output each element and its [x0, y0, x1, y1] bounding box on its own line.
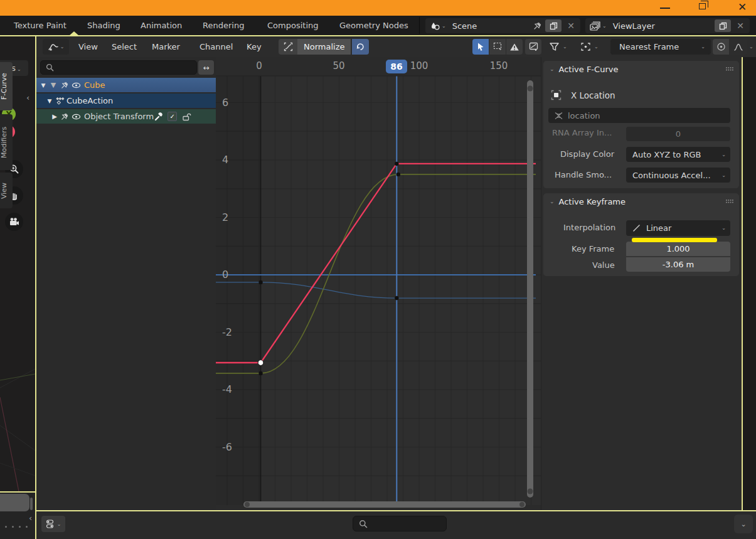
scrollbar[interactable]: [30, 498, 33, 510]
snap-mode-dropdown[interactable]: Nearest Frame ⌄: [610, 39, 711, 55]
channel-filter-expand-button[interactable]: ↔: [198, 60, 214, 75]
key-frame-field[interactable]: 1.000: [626, 242, 730, 256]
fcurve-plot-region[interactable]: 0 50 100 150 86 6 4 2 0 -2 -4 -6: [216, 57, 541, 510]
region-collapse-arrow[interactable]: ‹: [29, 513, 32, 523]
show-errors-toggle[interactable]: [506, 39, 523, 55]
properties-search-box[interactable]: [353, 516, 447, 531]
camera-view-icon[interactable]: [5, 213, 23, 231]
panel-title[interactable]: Active Keyframe: [559, 197, 626, 206]
workspace-tab-rendering[interactable]: Rendering: [203, 16, 244, 35]
channel-enabled-checkbox[interactable]: ✓: [168, 112, 177, 121]
tool-group: [472, 39, 523, 55]
menu-key[interactable]: Key: [247, 36, 262, 57]
minimize-icon[interactable]: [660, 8, 670, 9]
filter-dropdown[interactable]: ⌄: [549, 39, 567, 55]
pivot-point-icon: [580, 42, 591, 51]
viewlayer-icon[interactable]: ⌄: [585, 18, 609, 33]
eye-visibility-icon[interactable]: [70, 82, 82, 89]
channel-row-object-transform[interactable]: ▶ Object Transform ✓: [36, 109, 216, 124]
value-tick-0: 0: [222, 269, 228, 280]
channel-label-cube[interactable]: Cube: [84, 80, 105, 90]
caret-down-icon[interactable]: ▼: [39, 82, 48, 88]
restore-icon[interactable]: [699, 3, 706, 9]
normalize-button[interactable]: Normalize: [297, 39, 351, 55]
keyframe-dot: [12, 526, 14, 528]
menu-view[interactable]: View: [78, 36, 98, 57]
search-icon: [353, 520, 371, 528]
timeline-button[interactable]: [0, 494, 29, 511]
auto-normalize-sync-icon[interactable]: [352, 39, 369, 55]
sidebar-collapse-arrow[interactable]: ‹: [26, 93, 29, 102]
viewlayer-selector[interactable]: ⌄ ViewLayer ✕: [585, 18, 750, 33]
panel-collapse-chevron[interactable]: ⌄: [550, 66, 555, 72]
pin-icon[interactable]: [533, 21, 542, 31]
unlock-icon[interactable]: [181, 112, 192, 121]
cursor-icon: [476, 42, 485, 51]
panel-collapse-chevron[interactable]: ⌄: [550, 198, 555, 205]
menu-marker[interactable]: Marker: [152, 36, 180, 57]
channel-row-cubeaction[interactable]: ▼ CubeAction: [36, 93, 216, 108]
rna-array-index-field[interactable]: 0: [626, 127, 730, 141]
panel-title[interactable]: Active F-Curve: [559, 65, 619, 74]
new-viewlayer-icon[interactable]: [715, 19, 731, 32]
panel-grip-icon[interactable]: [725, 67, 734, 72]
caret-right-icon[interactable]: ▶: [50, 113, 59, 120]
falloff-bell-icon: [733, 43, 743, 51]
normalize-view-button[interactable]: [525, 39, 541, 55]
rna-path-placeholder: location: [568, 111, 600, 120]
channel-search-input[interactable]: [58, 63, 183, 72]
value-tick-n6: -6: [222, 441, 232, 453]
workspace-tab-geometry-nodes[interactable]: Geometry Nodes: [339, 16, 408, 35]
dna-icon: [548, 112, 568, 120]
menu-channel[interactable]: Channel: [200, 36, 233, 57]
value-field[interactable]: -3.06 m: [626, 257, 730, 272]
caret-down-icon[interactable]: ▼: [45, 98, 54, 104]
workspace-tab-animation[interactable]: Animation: [141, 16, 182, 35]
proportional-circle-icon: [716, 42, 726, 51]
display-color-label: Display Color: [560, 149, 614, 159]
interpolation-dropdown[interactable]: Linear ⌄: [626, 220, 730, 236]
channel-label-cubeaction[interactable]: CubeAction: [67, 96, 113, 105]
viewlayer-name[interactable]: ViewLayer: [613, 21, 655, 31]
unlink-icon[interactable]: ✕: [565, 21, 577, 31]
handle-smoothing-dropdown[interactable]: Continuous Accel... ⌄: [626, 168, 730, 183]
ruler-frame-0: 0: [256, 60, 262, 72]
header-menu-chevron-button[interactable]: ⌄: [734, 515, 753, 533]
properties-search-input[interactable]: [371, 520, 440, 528]
scene-name[interactable]: Scene: [452, 21, 477, 31]
editor-type-dropdown[interactable]: ⌄: [43, 39, 69, 55]
workspace-tab-texture-paint[interactable]: Texture Paint: [14, 16, 67, 35]
proportional-editing-toggle[interactable]: [713, 39, 729, 55]
chevron-down-icon: ⌄: [17, 67, 21, 72]
normalize-icon[interactable]: [279, 39, 297, 55]
object-icon: ▼: [48, 81, 59, 89]
tweak-tool-button[interactable]: [472, 39, 489, 55]
pin-icon[interactable]: [59, 81, 70, 90]
rna-path-field[interactable]: location: [548, 108, 730, 123]
channel-search-box[interactable]: [40, 60, 197, 75]
sidebar-tab-view[interactable]: View: [0, 173, 13, 208]
scene-selector[interactable]: ⌄ Scene ✕: [425, 18, 580, 33]
menu-select[interactable]: Select: [112, 36, 137, 57]
box-select-tool-button[interactable]: [489, 39, 506, 55]
chevron-down-icon: ⌄: [721, 225, 726, 231]
channel-label-object-transform[interactable]: Object Transform: [84, 112, 154, 121]
falloff-dropdown[interactable]: [730, 39, 747, 55]
new-copy-icon[interactable]: [545, 19, 562, 32]
properties-editor-type-dropdown[interactable]: ⌄: [41, 516, 65, 532]
panel-grip-icon[interactable]: [725, 199, 734, 204]
close-icon[interactable]: ✕: [735, 0, 749, 15]
pivot-point-dropdown[interactable]: ⌄: [580, 39, 599, 55]
current-frame-badge[interactable]: 86: [386, 60, 407, 73]
workspace-tab-compositing[interactable]: Compositing: [267, 16, 319, 35]
remove-viewlayer-icon[interactable]: ✕: [734, 21, 747, 31]
eye-visibility-icon[interactable]: [70, 113, 82, 120]
sidebar-tab-modifiers[interactable]: Modifiers: [0, 114, 13, 170]
workspace-tab-shading[interactable]: Shading: [87, 16, 120, 35]
fcurve-plot[interactable]: [216, 57, 541, 510]
scene-icon[interactable]: ⌄: [425, 18, 449, 33]
sidebar-tab-fcurve[interactable]: F-Curve: [0, 62, 13, 110]
channel-row-cube[interactable]: ▼ ▼ Cube: [36, 78, 216, 92]
pin-icon[interactable]: [59, 112, 70, 121]
display-color-dropdown[interactable]: Auto XYZ to RGB ⌄: [626, 147, 730, 162]
